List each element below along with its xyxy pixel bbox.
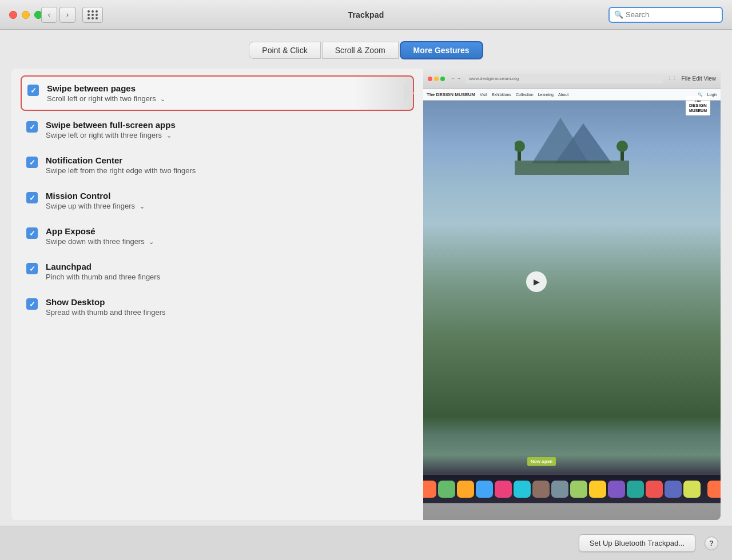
dock-icon-14 [646,481,663,498]
checkbox-notification-center[interactable] [26,157,38,168]
setting-title-launchpad: Launchpad [46,262,160,271]
setting-desc-mission-control: Swipe up with three fingers ⌄ [46,202,145,210]
setting-desc-swipe-fullscreen: Swipe left or right with three fingers ⌄ [46,131,176,139]
setting-text-swipe-pages: Swipe between pages Scroll left or right… [47,83,165,103]
setting-title-app-expose: App Exposé [46,226,154,236]
chevron-icon-3: ⌄ [140,203,145,210]
search-icon: 🔍 [614,10,623,19]
dock-icon-12 [608,481,625,498]
settings-item-launchpad[interactable]: Launchpad Pinch with thumb and three fin… [21,255,414,288]
tabs-container: Point & Click Scroll & Zoom More Gesture… [0,30,732,69]
now-open-badge: Now open [527,457,556,466]
tab-more-gestures[interactable]: More Gestures [400,41,483,59]
checkbox-swipe-pages[interactable] [27,85,39,96]
search-bar[interactable]: 🔍 [608,7,723,23]
setting-desc-swipe-pages: Scroll left or right with two fingers ⌄ [47,94,165,103]
minimize-button[interactable] [22,11,30,19]
setting-title-mission-control: Mission Control [46,191,145,201]
browser-dock [423,474,721,503]
setting-desc-launchpad: Pinch with thumb and three fingers [46,273,160,281]
titlebar: ‹ › Trackpad 🔍 [0,0,732,30]
checkbox-app-expose[interactable] [26,227,38,239]
checkbox-show-desktop[interactable] [26,298,38,310]
grid-icon [87,10,98,19]
back-button[interactable]: ‹ [41,7,57,23]
play-button[interactable]: ▶ [526,271,547,292]
setting-title-show-desktop: Show Desktop [46,297,166,307]
dock-icon-17 [707,481,721,498]
settings-item-app-expose[interactable]: App Exposé Swipe down with three fingers… [21,219,414,253]
chevron-icon-4: ⌄ [149,238,154,245]
chevron-icon-2: ⌄ [166,132,172,139]
dock-icon-5 [476,481,493,498]
bottom-bar: Set Up Bluetooth Trackpad... ? [0,526,732,560]
settings-item-swipe-fullscreen[interactable]: Swipe between full-screen apps Swipe lef… [21,113,414,146]
keyboard-area: option command ⌘ ⌘ command option ◁ [423,503,721,520]
window-title: Trackpad [348,10,384,19]
setting-text-launchpad: Launchpad Pinch with thumb and three fin… [46,262,160,281]
checkbox-mission-control[interactable] [26,192,38,203]
settings-item-mission-control[interactable]: Mission Control Swipe up with three fing… [21,184,414,217]
dock-icon-15 [665,481,682,498]
browser-chrome: ←→ www.designmuseum.org ⋮⋮ File Edit Vie… [423,69,721,89]
setting-title-swipe-fullscreen: Swipe between full-screen apps [46,120,176,130]
dock-icon-3 [438,481,455,498]
setting-desc-show-desktop: Spread with thumb and three fingers [46,308,166,317]
left-panel: Swipe between pages Scroll left or right… [11,69,423,520]
setting-text-show-desktop: Show Desktop Spread with thumb and three… [46,297,166,317]
setting-text-swipe-fullscreen: Swipe between full-screen apps Swipe lef… [46,120,176,139]
dock-icon-16 [683,481,701,498]
dock-icon-2 [423,481,436,498]
museum-building [515,106,629,175]
close-button[interactable] [9,11,17,19]
setting-title-notification-center: Notification Center [46,155,196,165]
chevron-icon: ⌄ [160,95,165,102]
browser-content: The DESIGN MUSEUM [423,89,721,474]
setting-text-app-expose: App Exposé Swipe down with three fingers… [46,226,154,246]
help-button[interactable]: ? [705,537,718,550]
bluetooth-setup-button[interactable]: Set Up Bluetooth Trackpad... [579,534,695,552]
dock-icon-9 [551,481,568,498]
dock-icon-7 [514,481,531,498]
setting-title-swipe-pages: Swipe between pages [47,83,165,93]
checkbox-swipe-fullscreen[interactable] [26,121,38,133]
dock-icon-11 [589,481,606,498]
setting-desc-app-expose: Swipe down with three fingers ⌄ [46,237,154,246]
settings-item-swipe-pages[interactable]: Swipe between pages Scroll left or right… [21,75,414,111]
tab-point-click[interactable]: Point & Click [249,42,320,59]
design-museum-background: The DESIGN MUSEUM [423,89,721,474]
right-panel: ←→ www.designmuseum.org ⋮⋮ File Edit Vie… [423,69,721,520]
dock-icon-4 [457,481,474,498]
nav-buttons: ‹ › [41,7,103,23]
dock-icon-6 [495,481,512,498]
dock-icon-8 [532,481,550,498]
setting-desc-notification-center: Swipe left from the right edge with two … [46,166,196,175]
settings-item-notification-center[interactable]: Notification Center Swipe left from the … [21,149,414,182]
grid-button[interactable] [82,7,103,23]
dock-icon-10 [570,481,587,498]
svg-point-7 [616,141,628,152]
setting-text-mission-control: Mission Control Swipe up with three fing… [46,191,145,210]
main-content: Point & Click Scroll & Zoom More Gesture… [0,30,732,526]
forward-button[interactable]: › [59,7,75,23]
dock-icon-13 [627,481,644,498]
traffic-lights [9,11,42,19]
tab-scroll-zoom[interactable]: Scroll & Zoom [322,42,399,59]
content-area: Swipe between pages Scroll left or right… [11,69,721,520]
search-input[interactable] [626,10,717,19]
svg-rect-3 [515,161,629,175]
checkbox-launchpad[interactable] [26,263,38,274]
setting-text-notification-center: Notification Center Swipe left from the … [46,155,196,175]
settings-item-show-desktop[interactable]: Show Desktop Spread with thumb and three… [21,290,414,323]
